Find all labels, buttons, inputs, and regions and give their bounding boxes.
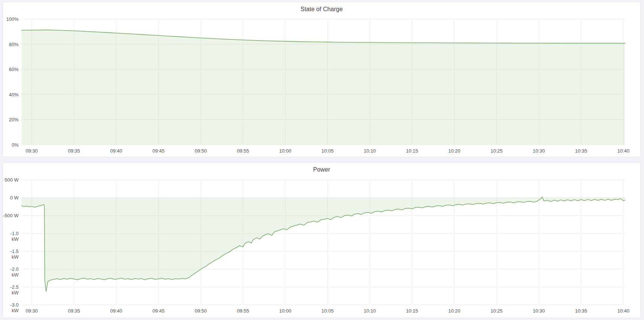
y-axis-tick-label: -1.0 kW [3, 231, 19, 242]
panel-power: Power 500 W0 W-500 W-1.0 kW-1.5 kW-2.0 k… [3, 162, 641, 318]
x-axis-tick-label: 10:30 [527, 148, 551, 154]
x-axis-tick-label: 09:50 [189, 308, 213, 314]
x-axis-tick-label: 09:40 [104, 308, 128, 314]
y-axis-tick-label: 80% [3, 42, 19, 47]
y-axis-tick-label: 0% [3, 142, 19, 148]
x-axis-tick-label: 09:35 [62, 308, 86, 314]
x-axis-tick-label: 10:20 [443, 148, 466, 154]
x-axis-tick-label: 10:00 [274, 308, 297, 314]
x-axis-tick-label: 10:40 [611, 308, 635, 314]
x-axis-tick-label: 09:40 [104, 148, 128, 154]
chart-canvas [3, 2, 640, 157]
y-axis-tick-label: 40% [3, 92, 19, 97]
panel-state-of-charge: State of Charge 100%80%60%40%20%0%09:300… [3, 2, 641, 157]
y-axis-tick-label: -1.5 kW [3, 249, 19, 260]
series-area-fill [22, 197, 625, 291]
dashboard: State of Charge 100%80%60%40%20%0%09:300… [0, 0, 644, 320]
x-axis-tick-label: 10:40 [611, 148, 635, 154]
x-axis-tick-label: 10:10 [358, 148, 382, 154]
x-axis-tick-label: 10:15 [400, 308, 424, 314]
x-axis-tick-label: 10:00 [274, 148, 297, 154]
x-axis-tick-label: 10:20 [443, 308, 466, 314]
x-axis-tick-label: 10:35 [569, 308, 593, 314]
x-axis-tick-label: 10:35 [569, 148, 593, 154]
x-axis-tick-label: 10:10 [358, 308, 382, 314]
x-axis-tick-label: 09:55 [231, 148, 255, 154]
x-axis-tick-label: 09:30 [20, 308, 43, 314]
y-axis-tick-label: -2.5 kW [3, 284, 19, 295]
chart-canvas [3, 163, 640, 318]
x-axis-tick-label: 09:50 [189, 148, 213, 154]
y-axis-tick-label: 0 W [3, 195, 19, 201]
x-axis-tick-label: 10:05 [315, 148, 339, 154]
x-axis-tick-label: 10:25 [485, 148, 508, 154]
x-axis-tick-label: 09:30 [20, 148, 43, 154]
y-axis-tick-label: 500 W [3, 177, 19, 183]
x-axis-tick-label: 09:45 [146, 148, 170, 154]
y-axis-tick-label: 100% [3, 16, 19, 22]
x-axis-tick-label: 10:05 [315, 308, 339, 314]
series-area-fill [22, 30, 625, 145]
y-axis-tick-label: -3.0 kW [3, 302, 19, 313]
y-axis-tick-label: -2.0 kW [3, 266, 19, 278]
x-axis-tick-label: 10:25 [485, 308, 508, 314]
y-axis-tick-label: 20% [3, 117, 19, 122]
x-axis-tick-label: 09:45 [146, 308, 170, 314]
y-axis-tick-label: 60% [3, 67, 19, 72]
y-axis-tick-label: -500 W [3, 213, 19, 218]
x-axis-tick-label: 09:35 [62, 148, 86, 154]
x-axis-tick-label: 09:55 [231, 308, 255, 314]
x-axis-tick-label: 10:30 [527, 308, 551, 314]
x-axis-tick-label: 10:15 [400, 148, 424, 154]
